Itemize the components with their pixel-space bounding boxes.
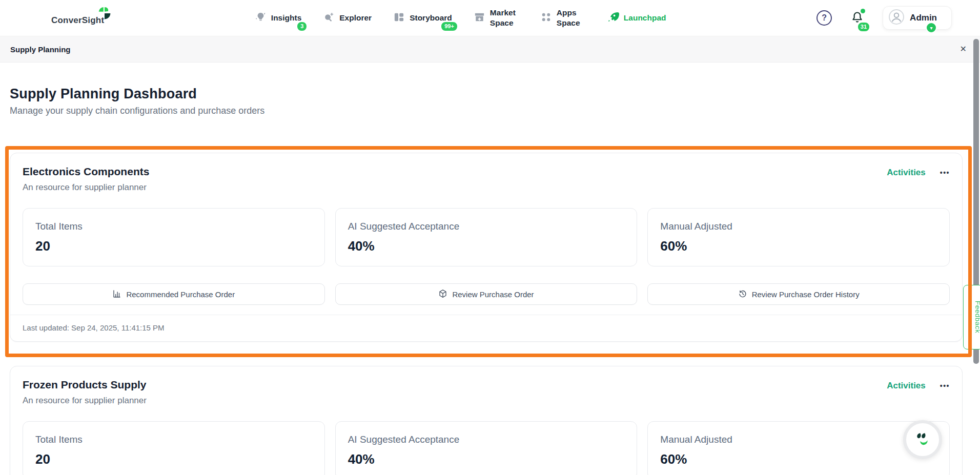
nav-item-storyboard[interactable]: Storyboard 99+ <box>393 11 452 25</box>
insights-count-badge: 3 <box>296 21 308 31</box>
nav-item-label: Market Space <box>490 8 519 28</box>
stat-value: 20 <box>35 237 312 255</box>
notifications-bell-icon[interactable]: 31 <box>850 10 864 26</box>
bar-chart-icon <box>112 289 121 300</box>
card-subtitle: An resource for supplier planner <box>23 182 149 193</box>
stat-value: 20 <box>35 450 312 468</box>
page-subtitle: Manage your supply chain configurations … <box>10 106 963 116</box>
stat-card-total-items: Total Items 20 <box>23 421 325 475</box>
tab-supply-planning[interactable]: Supply Planning <box>10 45 71 54</box>
resource-card-frozen-products-supply: Frozen Products Supply An resource for s… <box>10 366 963 475</box>
card-title: Electronics Components <box>23 166 149 178</box>
stat-value: 40% <box>348 237 625 255</box>
action-button-label: Review Purchase Order <box>452 290 534 299</box>
close-icon[interactable]: ✕ <box>960 45 967 53</box>
main-nav: Insights 3 Explorer <box>104 8 816 28</box>
resource-card-electronics-components: Electronics Components An resource for s… <box>10 153 963 342</box>
nav-item-insights[interactable]: Insights 3 <box>255 11 301 25</box>
stat-card-manual-adjusted: Manual Adjusted 60% <box>647 208 950 266</box>
nav-item-label: Launchpad <box>624 13 666 23</box>
more-menu-icon[interactable]: ••• <box>940 169 950 177</box>
storyboard-grid-icon <box>393 11 405 25</box>
action-button-label: Review Purchase Order History <box>752 290 860 299</box>
review-purchase-order-button[interactable]: Review Purchase Order <box>335 283 638 305</box>
apps-space-grid-icon <box>540 11 552 25</box>
nav-item-label: Insights <box>271 13 301 23</box>
nav-item-launchpad[interactable]: Launchpad <box>607 11 666 25</box>
chevron-down-icon: ▾ <box>926 22 937 33</box>
stat-card-manual-adjusted: Manual Adjusted 60% <box>647 421 950 475</box>
market-space-store-icon <box>474 11 485 25</box>
explorer-search-icon <box>323 11 335 25</box>
storyboard-count-badge: 99+ <box>440 21 458 31</box>
insights-bulb-icon <box>255 11 267 25</box>
conversight-assistant-button[interactable] <box>903 420 942 459</box>
user-name: Admin <box>910 13 937 23</box>
stat-label: AI Suggested Acceptance <box>348 220 625 233</box>
action-button-label: Recommended Purchase Order <box>126 290 235 299</box>
nav-item-market-space[interactable]: Market Space <box>474 8 519 28</box>
stat-label: Manual Adjusted <box>660 433 937 446</box>
user-menu-button[interactable]: Admin ▾ <box>883 6 952 30</box>
actions-row: Recommended Purchase Order Review Purcha… <box>23 283 950 305</box>
card-footer: Last updated: Sep 24, 2025, 11:41:15 PM <box>10 315 962 341</box>
stat-value: 40% <box>348 450 625 468</box>
nav-item-apps-space[interactable]: Apps Space <box>540 8 585 28</box>
stat-label: Total Items <box>35 433 312 446</box>
nav-item-explorer[interactable]: Explorer <box>323 11 372 25</box>
main-content: Supply Planning Dashboard Manage your su… <box>0 86 980 475</box>
header-actions: ? 31 Admin ▾ <box>816 6 952 30</box>
more-menu-icon[interactable]: ••• <box>940 382 950 390</box>
launchpad-rocket-icon <box>607 11 619 25</box>
page-title: Supply Planning Dashboard <box>10 86 963 102</box>
feedback-tab-label: Feedback <box>974 301 980 333</box>
package-icon <box>438 289 447 300</box>
history-icon <box>738 289 747 300</box>
feedback-tab[interactable]: Feedback <box>963 285 980 349</box>
tab-bar: Supply Planning ✕ <box>0 36 980 63</box>
card-title: Frozen Products Supply <box>23 379 147 391</box>
unread-dot <box>861 9 865 13</box>
stat-card-ai-suggested-acceptance: AI Suggested Acceptance 40% <box>335 208 638 266</box>
stats-row: Total Items 20 AI Suggested Acceptance 4… <box>23 421 950 475</box>
stat-card-ai-suggested-acceptance: AI Suggested Acceptance 40% <box>335 421 638 475</box>
conversight-mark-icon <box>913 429 932 450</box>
recommended-purchase-order-button[interactable]: Recommended Purchase Order <box>23 283 325 305</box>
stat-label: Total Items <box>35 220 312 233</box>
stat-value: 60% <box>660 450 937 468</box>
activities-link[interactable]: Activities <box>887 381 926 391</box>
last-updated-text: Last updated: Sep 24, 2025, 11:41:15 PM <box>23 323 165 332</box>
nav-item-label: Explorer <box>339 13 372 23</box>
conversight-logo[interactable]: ConverSight <box>51 15 104 26</box>
activities-link[interactable]: Activities <box>887 168 926 178</box>
app-header: ConverSight Insights 3 <box>0 0 980 36</box>
help-icon[interactable]: ? <box>816 10 832 26</box>
stat-value: 60% <box>660 237 937 255</box>
stats-row: Total Items 20 AI Suggested Acceptance 4… <box>23 208 950 266</box>
stat-card-total-items: Total Items 20 <box>23 208 325 266</box>
nav-item-label: Apps Space <box>557 8 585 28</box>
review-purchase-order-history-button[interactable]: Review Purchase Order History <box>647 283 950 305</box>
notifications-count-badge: 31 <box>857 22 870 32</box>
conversight-logo-icon <box>98 7 111 22</box>
card-subtitle: An resource for supplier planner <box>23 396 147 406</box>
conversight-logo-text: ConverSight <box>51 15 104 25</box>
stat-label: AI Suggested Acceptance <box>348 433 625 446</box>
stat-label: Manual Adjusted <box>660 220 937 233</box>
avatar-icon <box>888 9 905 27</box>
